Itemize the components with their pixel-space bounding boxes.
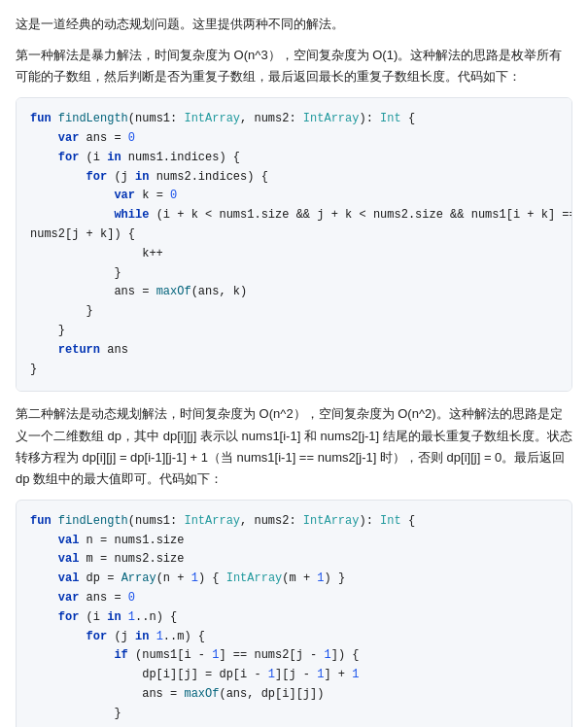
code-block-2: fun findLength(nums1: IntArray, nums2: I… (16, 500, 572, 727)
intro-2: 第一种解法是暴力解法，时间复杂度为 O(n^3），空间复杂度为 O(1)。这种解… (16, 45, 572, 87)
code-block-1: fun findLength(nums1: IntArray, nums2: I… (16, 97, 572, 392)
main-content: 这是一道经典的动态规划问题。这里提供两种不同的解法。 第一种解法是暴力解法，时间… (0, 0, 588, 727)
intro-3: 第二种解法是动态规划解法，时间复杂度为 O(n^2），空间复杂度为 O(n^2)… (16, 403, 572, 489)
intro-1: 这是一道经典的动态规划问题。这里提供两种不同的解法。 (16, 14, 572, 35)
